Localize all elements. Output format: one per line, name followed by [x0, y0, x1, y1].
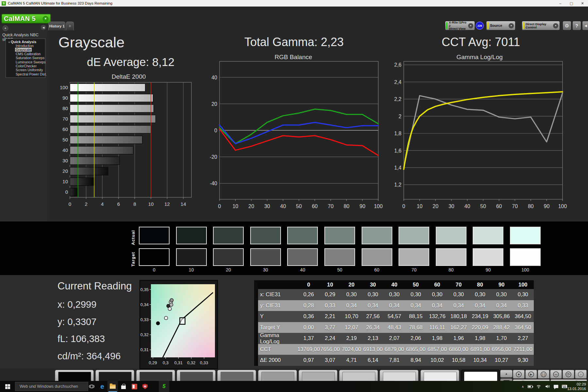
stop-button[interactable]: ■: [513, 370, 525, 379]
minimize-button[interactable]: –: [555, 0, 566, 7]
taskbar-clock[interactable]: 02:29 13.01.2016: [567, 382, 586, 391]
svg-text:70: 70: [328, 204, 334, 209]
reading-fl: fL: 106,383: [57, 334, 105, 344]
maximize-button[interactable]: ▢: [566, 0, 577, 7]
start-button[interactable]: [0, 381, 15, 392]
actual-swatch-40: [287, 227, 318, 244]
actual-swatch-10: [176, 227, 207, 244]
table-cell: 0,28: [298, 300, 319, 311]
actual-swatch-90: [473, 227, 503, 244]
svg-text:-40: -40: [210, 181, 217, 186]
sidebar-collapse-button[interactable]: ◀: [41, 25, 46, 30]
sidebar-item-spectral-power-dist-[interactable]: Spectral Power Dist.: [6, 72, 45, 76]
sidebar-item-luminance-sweeps[interactable]: Luminance Sweeps: [6, 60, 45, 64]
table-cell: 6891,00: [469, 344, 491, 355]
target-swatch-20: [213, 248, 244, 266]
panel-collapse-button[interactable]: ◀: [582, 21, 588, 30]
table-cell: 78,68: [405, 322, 427, 333]
wifi-icon[interactable]: [536, 384, 541, 389]
display-control-dropdown[interactable]: Direct Display Control ▼: [522, 21, 560, 30]
column-header-0: 0: [298, 280, 319, 289]
store-button[interactable]: [118, 381, 129, 392]
strip-level-label: 30: [250, 267, 281, 272]
taskbar-search-input[interactable]: [15, 382, 88, 391]
sidebar-item-grayscale[interactable]: Grayscale: [6, 48, 45, 52]
meter-dropdown[interactable]: X-Rite i1Pro 2Direct View ▼: [445, 21, 475, 30]
svg-text:2: 2: [399, 114, 401, 119]
edge-browser-button[interactable]: e: [97, 381, 107, 392]
single-read-button[interactable]: [·]: [538, 370, 549, 379]
table-cell: 27,56: [362, 311, 384, 322]
svg-text:10: 10: [62, 179, 68, 184]
patch-bar-expand-button[interactable]: ▲: [500, 370, 513, 378]
table-cell: 10,70: [341, 311, 362, 322]
refresh-icon: ⟳: [565, 371, 571, 377]
table-row: Y0,362,2110,7027,5654,5788,15132,76180,1…: [258, 311, 534, 322]
svg-text:0,33: 0,33: [200, 360, 208, 365]
table-cell: 7024,00: [341, 344, 362, 355]
notification-icon[interactable]: [554, 385, 558, 388]
target-swatch-100: [510, 248, 541, 266]
refresh-button[interactable]: ⟳: [563, 370, 574, 379]
actual-swatch-80: [436, 227, 466, 244]
settings-button[interactable]: ⚙: [563, 21, 571, 30]
sidebar-item-colorchecker[interactable]: ColorChecker: [6, 64, 45, 68]
tray-chevron-icon[interactable]: ∧: [522, 385, 524, 388]
measurement-table: 0102030405060708090100x: CIE310,260,290,…: [254, 280, 534, 366]
reading-cdm2: cd/m²: 364,496: [57, 351, 121, 362]
table-cell: 10,58: [448, 355, 469, 366]
speaker-icon[interactable]: [545, 384, 550, 389]
chevron-down-icon[interactable]: ▼: [553, 23, 558, 28]
sidebar-item-screen-uniformity[interactable]: Screen Uniformity: [6, 68, 45, 72]
source-dropdown[interactable]: Source ▼: [486, 21, 515, 30]
reader-app-button[interactable]: [129, 381, 139, 392]
calman-logo-text: CalMAN 5: [4, 15, 43, 23]
table-row: y: CIE310,280,330,340,340,340,340,340,34…: [258, 300, 534, 311]
svg-text:2,4: 2,4: [394, 79, 401, 85]
screen: 5 CalMAN 5 CalMAN Ultimate for Business …: [0, 0, 588, 392]
table-cell: 2,27: [512, 333, 534, 344]
close-button[interactable]: ✕: [577, 0, 588, 7]
table-row: x: CIE310,260,290,300,300,300,300,300,30…: [258, 289, 534, 300]
table-cell: 6956,00: [491, 344, 512, 355]
file-explorer-button[interactable]: [107, 381, 118, 392]
sidebar-item-cms-calibration[interactable]: CMS Calibration: [6, 52, 45, 56]
help-button[interactable]: ?: [572, 21, 581, 30]
sidebar-item-saturation-sweeps[interactable]: Saturation Sweeps: [6, 56, 45, 60]
svg-text:2: 2: [85, 201, 87, 207]
touch-keyboard-icon[interactable]: [562, 385, 567, 388]
target-swatch-10: [176, 248, 207, 266]
table-cell: 364,50: [512, 311, 534, 322]
task-view-button[interactable]: [86, 381, 97, 392]
tab-history-1[interactable]: History 1: [48, 22, 65, 30]
table-cell: 116,11: [427, 322, 448, 333]
column-header-30: 30: [362, 280, 384, 289]
calman-logo-menu[interactable]: CalMAN 5 ▼: [1, 14, 51, 24]
svg-text:1,2: 1,2: [394, 182, 401, 188]
tab-add-button[interactable]: +: [66, 22, 74, 30]
play-button[interactable]: ▶: [525, 370, 537, 379]
sidebar-item-introduction[interactable]: Introduction: [6, 44, 45, 48]
chevron-down-icon[interactable]: ▼: [509, 23, 514, 28]
table-cell: 6865,00: [405, 344, 427, 355]
cct-average-value: CCT Avg: 7011: [422, 35, 540, 49]
table-cell: 2,06: [405, 333, 427, 344]
clock-time: 02:29: [567, 382, 586, 386]
actual-swatch-60: [362, 227, 392, 244]
logo-dropdown-icon[interactable]: ▼: [43, 16, 48, 22]
reading-y: y: 0,3307: [57, 317, 96, 327]
cie-chart-panel: 0,350,340,330,320,310,290,30,310,320,33: [139, 280, 218, 369]
mcafee-button[interactable]: M: [140, 381, 150, 392]
svg-text:80: 80: [344, 204, 350, 209]
workflow-radio-icon[interactable]: [3, 25, 8, 31]
chevron-down-icon[interactable]: ▼: [468, 23, 473, 28]
calman-taskbar-button[interactable]: 5: [159, 381, 169, 392]
record-button[interactable]: ●: [575, 370, 587, 379]
svg-text:60: 60: [62, 126, 68, 132]
tree-root[interactable]: ▾Quick Analysis: [6, 40, 45, 44]
continuous-button[interactable]: ∞: [550, 370, 562, 379]
strip-level-label: 10: [176, 267, 207, 272]
table-cell: 0,30: [469, 289, 491, 300]
battery-icon[interactable]: [528, 385, 532, 388]
svg-text:0,32: 0,32: [187, 360, 195, 365]
